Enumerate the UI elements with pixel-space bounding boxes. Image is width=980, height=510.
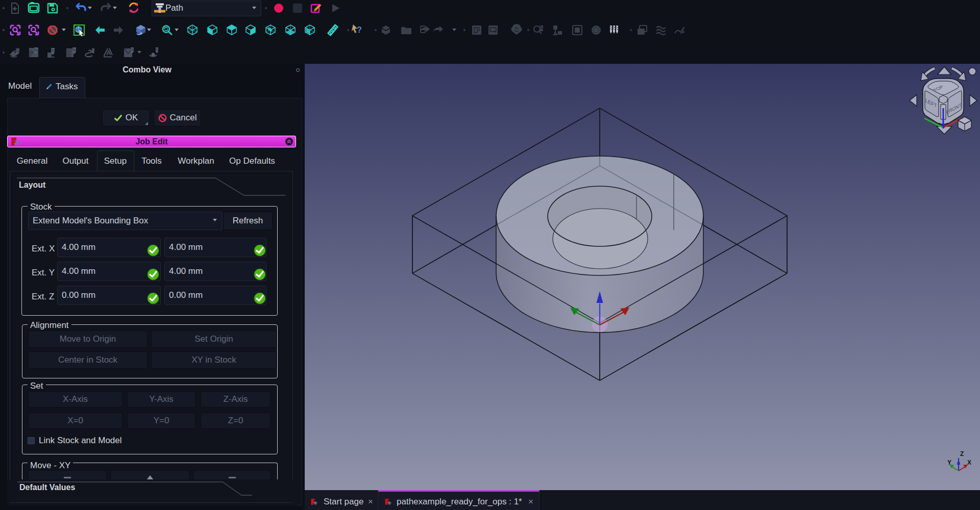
svg-text:?: ?: [357, 26, 362, 34]
svg-text:A: A: [106, 49, 111, 57]
svg-text:Y: Y: [947, 459, 951, 466]
svg-text:X: X: [967, 459, 971, 466]
svg-text:Z: Z: [960, 450, 964, 457]
